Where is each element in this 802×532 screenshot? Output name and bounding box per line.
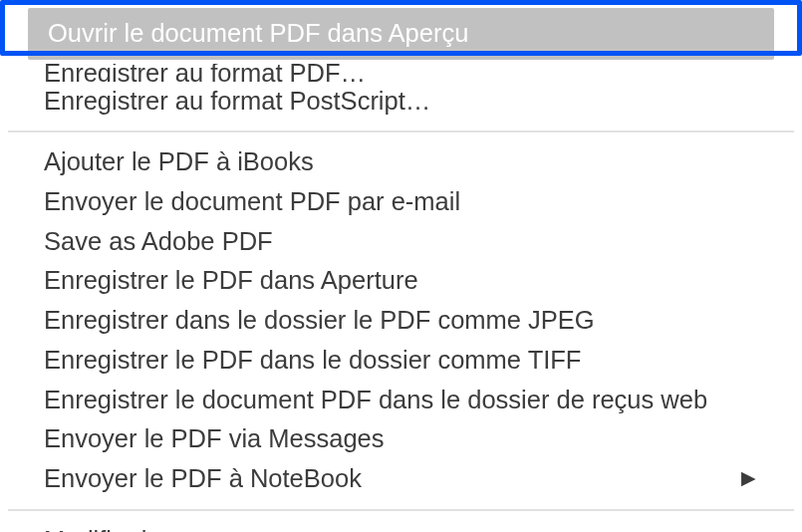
menu-item-save-tiff[interactable]: Enregistrer le PDF dans le dossier comme… [0, 341, 802, 381]
menu-item-label: Enregistrer au format PostScript… [44, 84, 430, 120]
menu-item-label: Enregistrer dans le dossier le PDF comme… [44, 303, 595, 339]
menu-item-save-adobe-pdf[interactable]: Save as Adobe PDF [0, 222, 802, 262]
menu-section-main: Ajouter le PDF à iBooks Envoyer le docum… [0, 134, 802, 506]
menu-item-partial-cut: Enregistrer au format PDF… [0, 64, 802, 82]
menu-item-label: Envoyer le PDF via Messages [44, 421, 385, 457]
menu-item-label: Modifier le menu… [44, 523, 257, 532]
menu-item-label: Enregistrer le PDF dans Aperture [44, 263, 418, 299]
menu-section-top: Enregistrer au format PDF… Enregistrer a… [0, 60, 802, 130]
menu-item-label: Envoyer le document PDF par e-mail [44, 184, 460, 220]
menu-item-label: Enregistrer au format PDF… [44, 67, 366, 80]
menu-item-save-jpeg[interactable]: Enregistrer dans le dossier le PDF comme… [0, 301, 802, 341]
menu-item-label: Ouvrir le document PDF dans Aperçu [48, 16, 468, 52]
menu-item-save-aperture[interactable]: Enregistrer le PDF dans Aperture [0, 261, 802, 301]
menu-section-bottom: Modifier le menu… [0, 513, 802, 532]
menu-item-highlight: Ouvrir le document PDF dans Aperçu [28, 8, 774, 60]
menu-item-save-pdf[interactable]: Enregistrer au format PDF… [0, 65, 409, 80]
menu-item-edit-menu[interactable]: Modifier le menu… [0, 521, 802, 532]
menu-separator [8, 509, 794, 511]
menu-item-send-email[interactable]: Envoyer le document PDF par e-mail [0, 182, 802, 222]
menu-item-open-preview[interactable]: Ouvrir le document PDF dans Aperçu [28, 8, 774, 60]
pdf-dropdown-menu: Ouvrir le document PDF dans Aperçu Enreg… [0, 8, 802, 532]
menu-item-add-ibooks[interactable]: Ajouter le PDF à iBooks [0, 142, 802, 182]
menu-item-send-messages[interactable]: Envoyer le PDF via Messages [0, 419, 802, 459]
menu-separator [8, 131, 794, 133]
menu-item-save-postscript[interactable]: Enregistrer au format PostScript… [0, 82, 802, 122]
menu-item-save-web-receipts[interactable]: Enregistrer le document PDF dans le doss… [0, 381, 802, 420]
menu-item-label: Save as Adobe PDF [44, 224, 273, 260]
menu-item-label: Envoyer le PDF à NoteBook [44, 461, 362, 497]
menu-item-label: Enregistrer le PDF dans le dossier comme… [44, 343, 581, 379]
menu-item-send-notebook[interactable]: Envoyer le PDF à NoteBook ▶ [0, 459, 802, 499]
menu-item-label: Ajouter le PDF à iBooks [44, 144, 314, 180]
menu-item-label: Enregistrer le document PDF dans le doss… [44, 383, 707, 418]
submenu-arrow-icon: ▶ [741, 465, 758, 492]
